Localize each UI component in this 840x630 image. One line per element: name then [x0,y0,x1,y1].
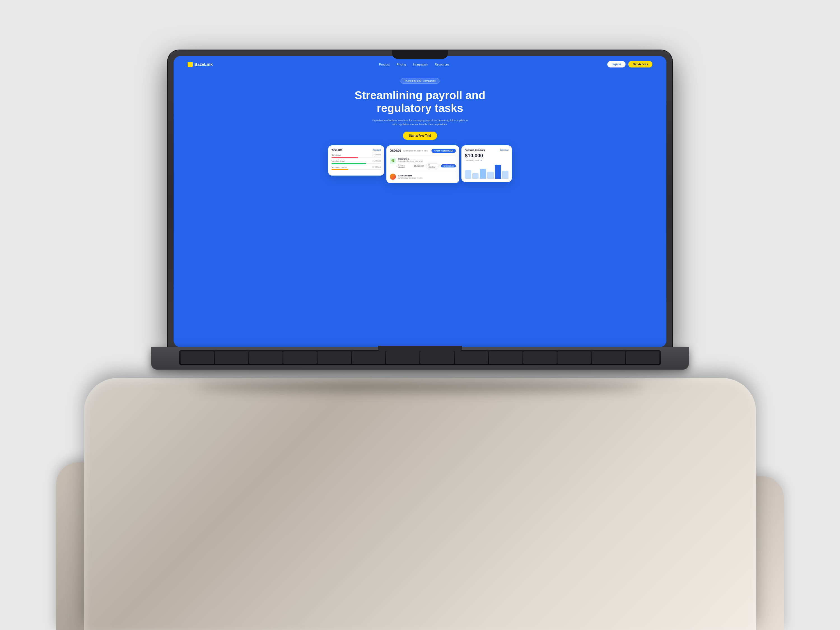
key [283,351,317,364]
laptop-screen: BazeLink Product Pricing Integration Res… [174,56,666,347]
trusted-badge: Trusted by 100+ companies [400,78,440,84]
vacation-leave-fill [332,163,366,164]
key [352,351,385,364]
years-covered: 4 years covered [398,164,412,168]
laptop-notch [392,51,448,59]
time-off-title: Time Off [332,149,342,152]
trial-button[interactable]: Start a Free Trial [403,132,437,140]
insurance-info: Insurance Insurance to cover your work 4… [398,158,456,169]
time-off-request[interactable]: Request [373,149,381,151]
person-row: Alex Sandral Write notes for clock-in he… [390,174,456,180]
nav-links: Product Pricing Integration Resources [230,63,599,66]
time-off-header: Time Off Request [332,149,381,152]
bar-4 [487,172,494,178]
logo: BazeLink [188,62,213,67]
hero-title: Streamlining payroll and regulatory task… [355,89,486,115]
key [626,351,659,364]
download-link[interactable]: Download [500,149,508,151]
insurance-icon: 🌿 [390,158,396,164]
sick-leave-used: 270 Used [373,154,381,156]
stone-main [84,378,756,630]
logo-text: BazeLink [194,62,213,66]
payment-title: Payment Summary [465,149,485,151]
insurance-subtitle: Insurance to cover your work [398,160,456,162]
time-display: 00:00:00 [390,149,401,152]
vacation-leave-label: Vacation leave [332,160,345,163]
nav-product[interactable]: Product [379,63,390,66]
sick-leave-item: Sick leave 270 Used [332,154,381,158]
signin-button[interactable]: Sign In [607,61,625,68]
sick-leave-progress [332,157,381,158]
hero-title-line1: Streamlining payroll and [355,89,486,101]
get-access-button[interactable]: Get Access [628,61,652,68]
time-off-card: Time Off Request Sick leave 270 Used [328,145,384,175]
checkin-note: Write notes for clock-in here [403,150,429,152]
key [317,351,351,364]
logo-icon [188,62,193,67]
vacation-leave-used: 710 Used [373,160,381,163]
key [455,351,488,364]
insurance-amount: $5,000,000 [414,165,424,167]
volunteer-leave-fill [332,169,348,170]
bar-1 [465,170,471,178]
volunteer-leave-progress [332,169,381,170]
key [181,351,214,364]
payment-header: Payment Summary Download [465,149,508,151]
bar-5 [495,165,501,178]
bar-3 [480,169,486,178]
vacation-leave-item: Vacation leave 710 Used [332,160,381,164]
onboarding-badge: Onboarding [441,164,456,167]
laptop-shadow [196,381,644,392]
key [557,351,591,364]
key [592,351,625,364]
key [523,351,557,364]
nav-integration[interactable]: Integration [413,63,428,66]
external-link-icon: ↗ [480,159,482,162]
hero-section: Trusted by 100+ companies Streamlining p… [174,73,666,347]
sick-leave-fill [332,157,358,158]
insurance-title: Insurance [398,158,456,160]
key [249,351,283,364]
keyboard-area [179,350,661,365]
screen-content: BazeLink Product Pricing Integration Res… [174,56,666,347]
key [386,351,420,364]
person-name: Alex Sandral [398,174,423,177]
laptop-hinge [378,346,462,351]
nav-pricing[interactable]: Pricing [397,63,406,66]
hero-title-line2: regulatory tasks [377,102,463,114]
volunteer-leave-used: 170 Used [373,166,381,169]
sick-leave-label: Sick leave [332,154,341,156]
payment-amount: $10,000 [465,153,508,159]
bar-6 [502,171,508,178]
vacation-leave-progress [332,163,381,164]
dashboard-area: Time Off Request Sick leave 270 Used [317,145,523,347]
checkin-row: 00:00:00 Write notes for clock-in here C… [390,149,456,153]
payment-card: Payment Summary Download $10,000 October… [461,145,512,182]
bar-chart [465,165,508,178]
laptop: BazeLink Product Pricing Integration Res… [168,51,672,387]
volunteer-leave-item: Volunteer Leave 170 Used [332,166,381,170]
person-note: Write notes for clock-in here [398,177,423,179]
months-badge: 2 Months [426,163,439,169]
payment-date: October 8, 2024 ↗ [465,159,508,162]
avatar [390,174,396,180]
checkin-button[interactable]: Check-in (10:25 AM) [431,149,456,153]
laptop-body: BazeLink Product Pricing Integration Res… [168,51,672,353]
volunteer-leave-label: Volunteer Leave [332,166,347,169]
nav-resources[interactable]: Resources [434,63,449,66]
key [489,351,522,364]
key [215,351,248,364]
insurance-section: 🌿 Insurance Insurance to cover your work… [390,155,456,171]
key [420,351,453,364]
checkin-card: 00:00:00 Write notes for clock-in here C… [387,145,459,183]
bar-2 [472,173,479,178]
nav-actions: Sign In Get Access [607,61,652,68]
hero-subtitle: Experience effortless solutions for mana… [371,118,469,126]
payment-date-text: October 8, 2024 [465,159,479,161]
insurance-details: 4 years covered $5,000,000 2 Months Onbo… [398,163,456,169]
person-info: Alex Sandral Write notes for clock-in he… [398,174,423,179]
